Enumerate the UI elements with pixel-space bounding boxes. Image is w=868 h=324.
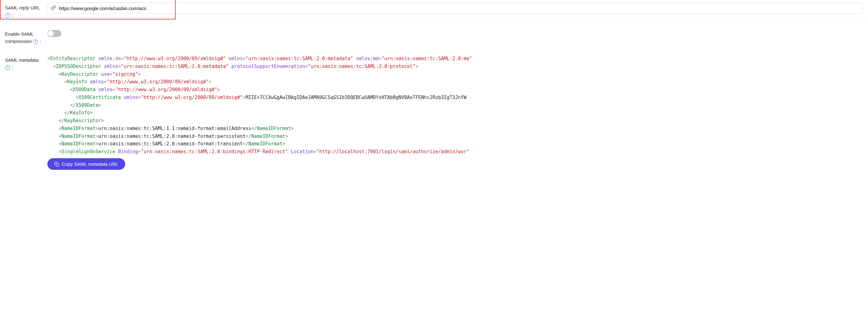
saml-metadata-xml-view: <EntityDescriptor xmlns:ds="http://www.w… bbox=[48, 55, 863, 155]
copy-icon bbox=[54, 162, 59, 167]
enable-saml-compression-label: Enable SAML compression ? : bbox=[5, 29, 48, 45]
svg-rect-0 bbox=[56, 164, 59, 166]
saml-reply-url-input-wrap[interactable] bbox=[48, 2, 863, 14]
copy-button-label: Copy SAML metadata URL bbox=[62, 161, 118, 167]
enable-saml-compression-toggle[interactable] bbox=[48, 30, 61, 37]
saml-reply-url-input[interactable] bbox=[58, 5, 860, 11]
link-icon bbox=[51, 5, 56, 11]
saml-reply-url-label: SAML reply URL ? : bbox=[5, 2, 48, 19]
help-icon[interactable]: ? bbox=[33, 39, 38, 44]
copy-saml-metadata-url-button[interactable]: Copy SAML metadata URL bbox=[48, 158, 125, 170]
help-icon[interactable]: ? bbox=[5, 13, 10, 18]
help-icon[interactable]: ? bbox=[5, 65, 10, 70]
saml-metadata-label: SAML metadata ? : bbox=[5, 55, 48, 71]
